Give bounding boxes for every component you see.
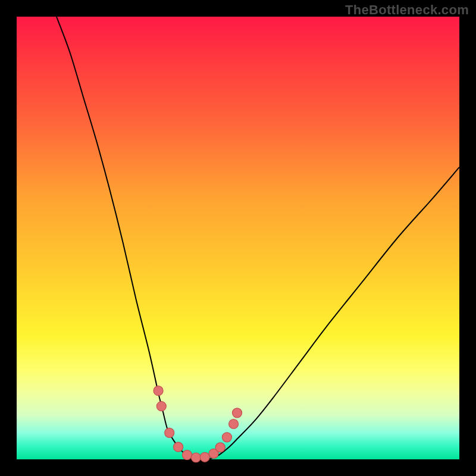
curve-left	[57, 17, 187, 457]
data-marker	[222, 433, 231, 442]
chart-svg	[17, 17, 459, 459]
plot-area	[17, 17, 459, 459]
curve-right	[216, 167, 459, 457]
marker-group	[154, 386, 242, 462]
data-marker	[233, 408, 242, 418]
data-marker	[182, 450, 192, 460]
data-marker	[200, 452, 209, 462]
data-marker	[191, 453, 201, 462]
data-marker	[215, 443, 225, 452]
data-marker	[174, 442, 183, 452]
data-marker	[165, 428, 174, 437]
chart-container: TheBottleneck.com	[0, 0, 476, 476]
data-marker	[156, 402, 166, 411]
data-marker	[229, 419, 239, 428]
data-marker	[154, 386, 163, 396]
watermark-text: TheBottleneck.com	[345, 2, 469, 18]
